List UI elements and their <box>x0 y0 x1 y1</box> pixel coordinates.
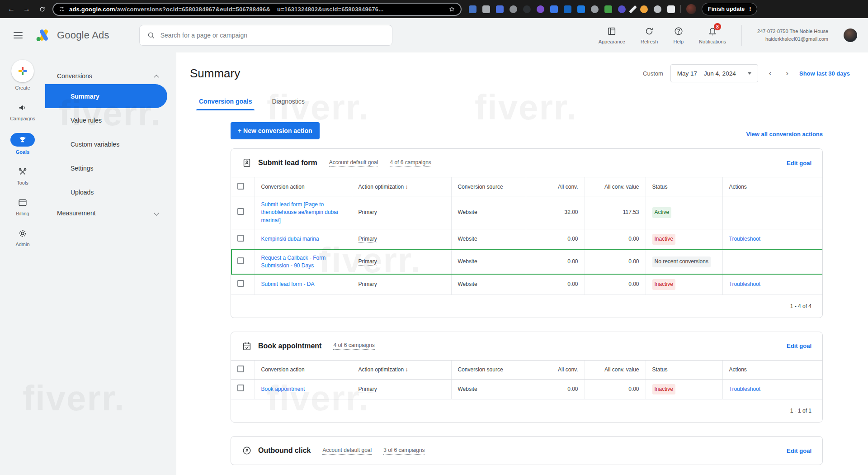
conversion-action-link[interactable]: Submit lead form - DA <box>261 281 315 287</box>
sidebar-section-measurement[interactable]: Measurement <box>45 205 176 221</box>
column-header[interactable]: All conv. <box>526 360 585 379</box>
troubleshoot-link[interactable]: Troubleshoot <box>729 281 761 287</box>
column-header[interactable]: Status <box>646 177 722 196</box>
edit-goal-link[interactable]: Edit goal <box>787 447 811 454</box>
column-header[interactable]: Actions <box>722 360 823 379</box>
notifications-button[interactable]: 8 Notifications <box>699 26 726 44</box>
extension-icon[interactable] <box>654 5 661 13</box>
conversion-action-link[interactable]: Book appointment <box>261 386 305 392</box>
show-last-30-days-link[interactable]: Show last 30 days <box>799 70 850 77</box>
select-all-checkbox[interactable] <box>237 366 244 372</box>
row-checkbox[interactable] <box>237 208 244 215</box>
conversion-action-link[interactable]: Submit lead form [Page to thenoblehouse … <box>261 201 338 223</box>
sidebar-item-custom-variables[interactable]: Custom variables <box>45 132 176 156</box>
extension-icon[interactable] <box>604 5 612 13</box>
rail-item-admin[interactable]: Admin <box>15 228 29 247</box>
previous-period-button[interactable]: ‹ <box>765 69 775 78</box>
site-settings-icon[interactable] <box>59 6 65 12</box>
rail-item-campaigns[interactable]: Campaigns <box>10 102 35 121</box>
help-icon <box>674 26 684 36</box>
rail-item-tools[interactable]: Tools <box>17 166 28 185</box>
extension-icon[interactable] <box>640 5 648 13</box>
extension-icon[interactable] <box>591 5 599 13</box>
next-period-button[interactable]: › <box>782 69 792 78</box>
new-conversion-action-button[interactable]: + New conversion action <box>231 122 320 139</box>
bookmark-star-icon[interactable] <box>448 6 455 13</box>
extension-icon[interactable] <box>509 5 517 13</box>
reload-icon[interactable] <box>37 6 47 13</box>
select-all-checkbox[interactable] <box>237 183 244 190</box>
sidebar-item-settings[interactable]: Settings <box>45 156 176 180</box>
rail-item-billing[interactable]: Billing <box>16 197 29 216</box>
extension-icon[interactable] <box>496 5 504 13</box>
goal-meta-link[interactable]: Account default goal <box>329 159 378 167</box>
notifications-label: Notifications <box>699 39 726 44</box>
browser-profile-avatar[interactable] <box>686 4 696 14</box>
troubleshoot-link[interactable]: Troubleshoot <box>729 386 761 392</box>
extension-icon[interactable] <box>523 5 531 13</box>
sidebar-item-summary[interactable]: Summary <box>45 84 167 108</box>
edit-goal-link[interactable]: Edit goal <box>787 160 811 166</box>
tab-diagnostics[interactable]: Diagnostics <box>272 98 304 110</box>
optimization-value[interactable]: Primary <box>359 281 377 288</box>
status-badge: Inactive <box>652 384 675 394</box>
extension-icon[interactable] <box>537 5 544 13</box>
optimization-value[interactable]: Primary <box>359 386 377 393</box>
troubleshoot-link[interactable]: Troubleshoot <box>729 236 761 242</box>
column-header[interactable]: Conversion action <box>255 177 352 196</box>
edit-goal-link[interactable]: Edit goal <box>787 342 811 349</box>
menu-icon[interactable] <box>14 32 23 38</box>
row-checkbox[interactable] <box>237 280 244 287</box>
extension-icon[interactable] <box>667 5 675 13</box>
extension-icon[interactable] <box>550 5 558 13</box>
search-input[interactable] <box>160 32 385 39</box>
column-header[interactable]: Actions <box>722 177 823 196</box>
extension-icon[interactable] <box>629 5 637 13</box>
row-checkbox[interactable] <box>237 235 244 242</box>
forward-icon[interactable]: → <box>22 5 32 13</box>
back-icon[interactable]: ← <box>6 5 16 13</box>
extension-icon[interactable] <box>564 5 571 13</box>
rail-item-goals[interactable]: Goals <box>10 133 35 155</box>
sidebar-item-value-rules[interactable]: Value rules <box>45 108 176 132</box>
help-button[interactable]: Help <box>673 26 684 44</box>
column-header[interactable]: All conv. value <box>585 177 646 196</box>
sidebar-item-uploads[interactable]: Uploads <box>45 180 176 204</box>
conversion-action-link[interactable]: Kempinski dubai marina <box>261 236 319 242</box>
toolbar-divider <box>680 5 681 13</box>
goal-meta-link[interactable]: Account default goal <box>322 447 372 455</box>
column-header[interactable]: Conversion action <box>255 360 352 379</box>
goal-meta-link[interactable]: 3 of 6 campaigns <box>383 447 425 455</box>
sidebar-section-conversions[interactable]: Conversions <box>45 68 176 84</box>
view-all-conversion-actions-link[interactable]: View all conversion actions <box>746 131 823 139</box>
finish-update-button[interactable]: Finish update ! <box>702 3 757 15</box>
conversion-action-link[interactable]: Request a Callback - Form Submission - 9… <box>261 255 326 269</box>
extension-icon[interactable] <box>482 5 490 13</box>
column-header[interactable]: All conv. <box>526 177 585 196</box>
optimization-value[interactable]: Primary <box>359 258 377 266</box>
extension-icon[interactable] <box>618 5 626 13</box>
optimization-value[interactable]: Primary <box>359 236 377 243</box>
column-header[interactable]: Conversion source <box>451 360 526 379</box>
address-bar[interactable]: ads.google.com/aw/conversions?ocid=65803… <box>52 3 462 16</box>
account-avatar[interactable] <box>844 28 857 42</box>
account-info[interactable]: 247-072-8750 The Noble House haiderkhale… <box>757 28 828 42</box>
column-header[interactable]: Action optimization ↓ <box>352 177 451 196</box>
optimization-value[interactable]: Primary <box>359 209 377 216</box>
column-header[interactable]: Action optimization ↓ <box>352 360 451 379</box>
extension-icon[interactable] <box>577 5 585 13</box>
goal-meta-link[interactable]: 4 of 6 campaigns <box>333 342 374 350</box>
column-header[interactable]: Status <box>646 360 722 379</box>
rail-item-create[interactable]: Create <box>11 60 34 90</box>
goal-meta-link[interactable]: 4 of 6 campaigns <box>390 159 431 167</box>
column-header[interactable]: Conversion source <box>451 177 526 196</box>
row-checkbox[interactable] <box>237 257 244 264</box>
search-box[interactable] <box>139 25 392 46</box>
extension-icon[interactable] <box>469 5 476 13</box>
date-range-dropdown[interactable]: May 17 – Jun 4, 2024 <box>670 64 758 82</box>
tab-conversion-goals[interactable]: Conversion goals <box>199 98 252 110</box>
row-checkbox[interactable] <box>237 385 244 391</box>
column-header[interactable]: All conv. value <box>585 360 646 379</box>
refresh-button[interactable]: Refresh <box>641 26 658 44</box>
appearance-button[interactable]: Appearance <box>599 26 625 44</box>
